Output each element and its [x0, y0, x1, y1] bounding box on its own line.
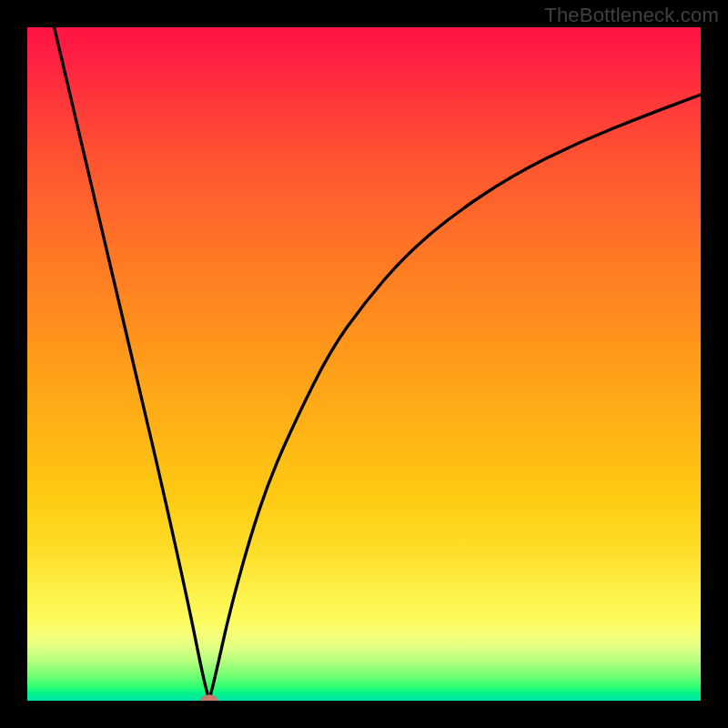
attribution-text: TheBottleneck.com — [544, 4, 719, 27]
chart-frame: TheBottleneck.com — [0, 0, 728, 728]
minimum-marker — [200, 694, 217, 701]
curve-layer — [27, 27, 701, 701]
plot-area — [27, 27, 701, 701]
curve-right-branch — [209, 95, 701, 701]
curve-left-branch — [55, 27, 209, 701]
